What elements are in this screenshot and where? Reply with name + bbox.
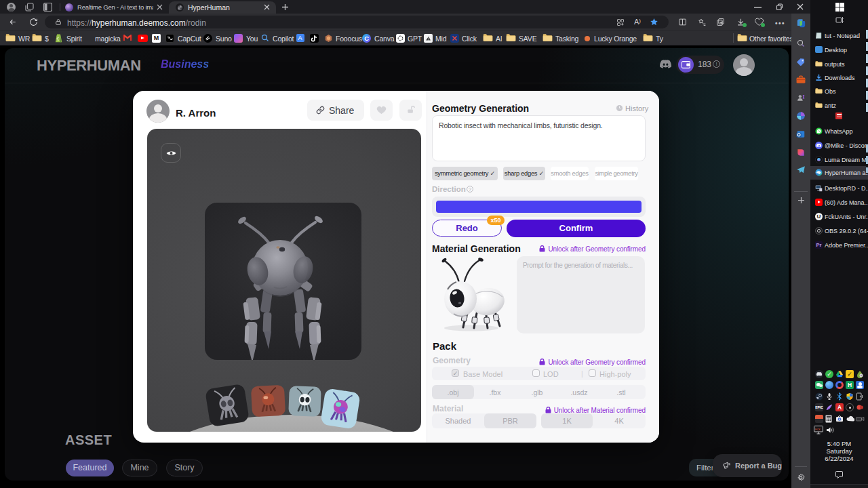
svg-text:FCK: FCK — [815, 428, 821, 431]
